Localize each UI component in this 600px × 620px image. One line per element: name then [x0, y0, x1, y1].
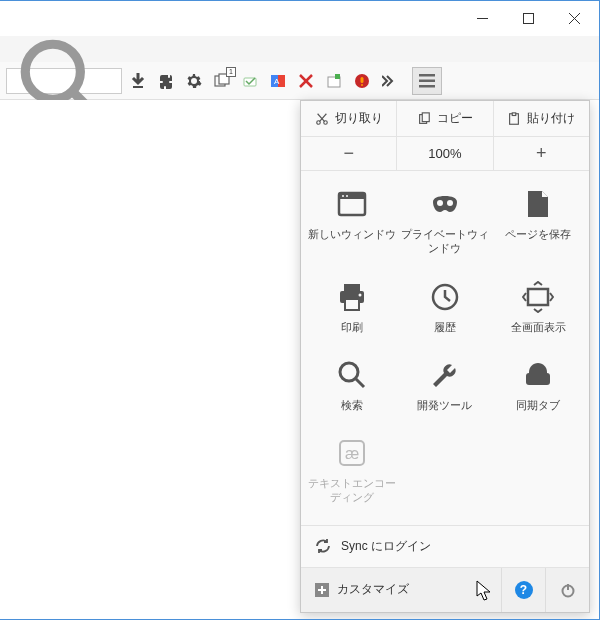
item-label: 開発ツール [417, 398, 472, 412]
sync-icon [315, 538, 331, 554]
addons-icon[interactable] [154, 69, 178, 93]
ext1-icon[interactable] [238, 69, 262, 93]
svg-rect-21 [419, 79, 435, 82]
svg-text:A: A [274, 77, 280, 86]
paste-button[interactable]: 貼り付け [494, 101, 589, 136]
svg-point-34 [346, 195, 348, 197]
svg-rect-39 [345, 299, 359, 310]
toolbar: 1 A [0, 62, 599, 100]
menu-item-new-window[interactable]: 新しいウィンドウ [305, 181, 398, 262]
svg-point-19 [361, 84, 363, 86]
menu-button[interactable] [412, 67, 442, 95]
ext4-icon[interactable] [322, 69, 346, 93]
cut-button[interactable]: 切り取り [301, 101, 397, 136]
menu-item-devtools[interactable]: 開発ツール [398, 352, 491, 418]
svg-rect-37 [344, 284, 360, 291]
copy-label: コピー [437, 110, 473, 127]
svg-point-40 [358, 293, 361, 296]
svg-text:æ: æ [345, 445, 359, 462]
svg-rect-42 [528, 289, 548, 305]
svg-rect-20 [419, 74, 435, 77]
item-label: 検索 [341, 398, 363, 412]
help-icon: ? [515, 581, 533, 599]
menu-item-save-page[interactable]: ページを保存 [492, 181, 585, 262]
zoom-value: 100% [397, 137, 493, 170]
quit-button[interactable] [545, 568, 589, 612]
customize-label: カスタマイズ [337, 581, 409, 598]
svg-rect-6 [133, 86, 143, 88]
zoom-row: − 100% + [301, 137, 589, 171]
menu-item-text-encoding[interactable]: æテキストエンコーディング [305, 430, 398, 511]
item-label: 新しいウィンドウ [308, 227, 396, 241]
power-icon [560, 582, 576, 598]
ext5-icon[interactable] [350, 69, 374, 93]
paste-label: 貼り付け [527, 110, 575, 127]
overflow-icon[interactable] [378, 69, 402, 93]
menu-item-history[interactable]: 履歴 [398, 274, 491, 340]
svg-rect-45 [526, 373, 550, 385]
window-minimize-button[interactable] [459, 4, 505, 34]
menu-item-sync-tabs[interactable]: 同期タブ [492, 352, 585, 418]
menu-item-fullscreen[interactable]: 全画面表示 [492, 274, 585, 340]
customize-button[interactable]: カスタマイズ [301, 581, 501, 598]
cut-label: 切り取り [335, 110, 383, 127]
tabgroups-badge: 1 [226, 67, 236, 77]
svg-rect-22 [419, 85, 435, 88]
help-button[interactable]: ? [501, 568, 545, 612]
edit-row: 切り取り コピー 貼り付け [301, 101, 589, 137]
window-close-button[interactable] [551, 4, 597, 34]
sync-signin-button[interactable]: Sync にログイン [301, 526, 589, 568]
item-label: テキストエンコーディング [307, 476, 396, 505]
downloads-icon[interactable] [126, 69, 150, 93]
svg-rect-28 [422, 112, 429, 121]
svg-point-33 [342, 195, 344, 197]
plus-icon [315, 583, 329, 597]
sync-label: Sync にログイン [341, 538, 431, 555]
item-label: 印刷 [341, 320, 363, 334]
svg-rect-30 [513, 112, 517, 115]
search-box[interactable] [6, 68, 122, 94]
window-maximize-button[interactable] [505, 4, 551, 34]
item-label: 履歴 [434, 320, 456, 334]
item-label: 全画面表示 [511, 320, 566, 334]
svg-point-4 [25, 44, 80, 99]
menu-grid: 新しいウィンドウ プライベートウィンドウ ページを保存 印刷 履歴 全画面表示 … [301, 171, 589, 526]
item-label: プライベートウィンドウ [400, 227, 489, 256]
svg-point-35 [437, 200, 443, 206]
tabgroups-icon[interactable]: 1 [210, 69, 234, 93]
item-label: ページを保存 [505, 227, 571, 241]
menu-item-private-window[interactable]: プライベートウィンドウ [398, 181, 491, 262]
menu-item-find[interactable]: 検索 [305, 352, 398, 418]
svg-rect-18 [361, 77, 364, 83]
settings-icon[interactable] [182, 69, 206, 93]
copy-button[interactable]: コピー [397, 101, 493, 136]
zoom-in-button[interactable]: + [494, 137, 589, 170]
svg-line-44 [356, 379, 364, 387]
svg-rect-1 [523, 14, 533, 24]
item-label: 同期タブ [516, 398, 560, 412]
svg-point-43 [340, 363, 358, 381]
ext2-icon[interactable]: A [266, 69, 290, 93]
zoom-out-button[interactable]: − [301, 137, 397, 170]
menu-footer: カスタマイズ ? [301, 568, 589, 612]
svg-rect-16 [335, 74, 340, 79]
svg-point-36 [447, 200, 453, 206]
app-menu-panel: 切り取り コピー 貼り付け − 100% + 新しいウィンドウ プライベートウィ… [300, 100, 590, 613]
menu-item-print[interactable]: 印刷 [305, 274, 398, 340]
ext3-icon[interactable] [294, 69, 318, 93]
